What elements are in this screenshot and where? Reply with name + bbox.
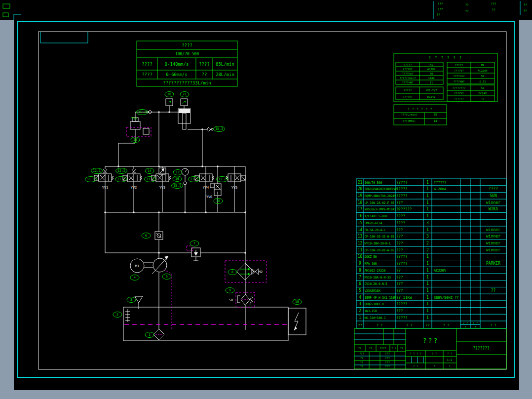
drawing-title: ??? <box>423 337 439 344</box>
drawing-canvas[interactable] <box>14 20 519 390</box>
electrical-table-title: ? ? ? ? ? ? <box>429 56 462 60</box>
spec-table-model: 100/70-500 <box>175 52 199 56</box>
spec-table-title: ???? <box>182 43 192 48</box>
canvas-top-strip <box>0 0 532 20</box>
company-name: ??????? <box>473 346 490 351</box>
drawing-scale: 1:2 <box>447 358 453 361</box>
cad-viewer: ?????????????????????????0-140mm/s????65… <box>0 0 532 399</box>
flow-table-title: ? ? ? ? ? ? <box>408 107 433 111</box>
spec-table-footer: ???????????33L/min <box>163 80 211 85</box>
